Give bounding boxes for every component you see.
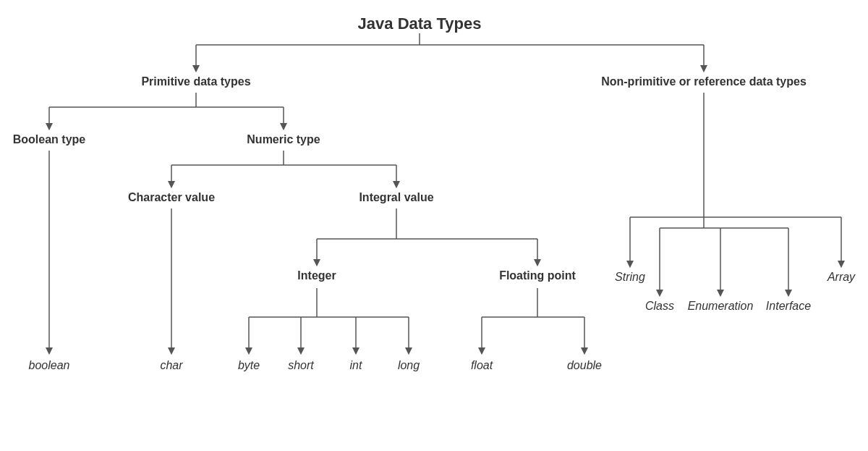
- node-integer: Integer: [288, 269, 346, 282]
- leaf-double: double: [563, 359, 606, 372]
- leaf-interface: Interface: [763, 300, 814, 313]
- node-nonprimitive: Non-primitive or reference data types: [595, 75, 812, 88]
- leaf-enumeration: Enumeration: [684, 300, 757, 313]
- node-character-value: Character value: [121, 191, 222, 204]
- leaf-float: float: [464, 359, 500, 372]
- leaf-int: int: [341, 359, 370, 372]
- leaf-long: long: [391, 359, 427, 372]
- node-integral-value: Integral value: [346, 191, 447, 204]
- leaf-string: String: [608, 271, 652, 284]
- leaf-short: short: [283, 359, 319, 372]
- diagram-title: Java Data Types: [347, 14, 492, 33]
- leaf-byte: byte: [231, 359, 267, 372]
- node-floating-point: Floating point: [494, 269, 581, 282]
- leaf-array: Array: [820, 271, 863, 284]
- leaf-class: Class: [642, 300, 678, 313]
- node-boolean-type: Boolean type: [6, 133, 93, 146]
- node-primitive: Primitive data types: [124, 75, 268, 88]
- leaf-char: char: [150, 359, 193, 372]
- node-numeric-type: Numeric type: [240, 133, 327, 146]
- leaf-boolean: boolean: [20, 359, 78, 372]
- diagram-connectors: [0, 0, 868, 451]
